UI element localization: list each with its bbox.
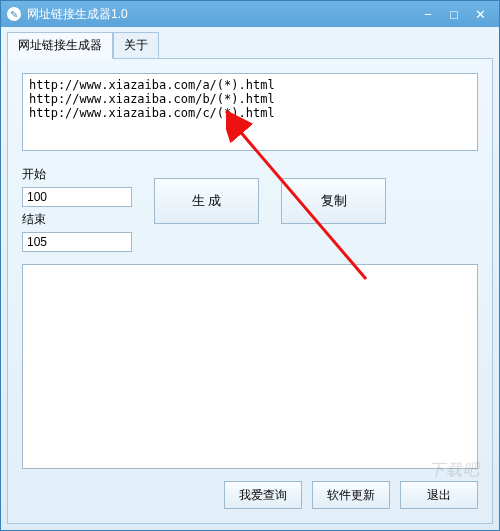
end-input[interactable] [22,232,132,252]
output-textarea[interactable] [22,264,478,469]
window-controls: − □ ✕ [415,5,493,23]
controls-row: 开始 结束 生 成 复制 [22,166,478,252]
start-input[interactable] [22,187,132,207]
generate-button[interactable]: 生 成 [154,178,259,224]
tab-bar: 网址链接生成器 关于 [1,27,499,58]
query-button[interactable]: 我爱查询 [224,481,302,509]
range-block: 开始 结束 [22,166,132,252]
url-input[interactable] [22,73,478,151]
start-label: 开始 [22,166,132,183]
app-window: ✎ 网址链接生成器1.0 − □ ✕ 网址链接生成器 关于 开始 结束 [0,0,500,531]
maximize-button[interactable]: □ [441,5,467,23]
tab-main[interactable]: 网址链接生成器 [7,32,113,59]
close-button[interactable]: ✕ [467,5,493,23]
window-title: 网址链接生成器1.0 [27,6,415,23]
tab-about[interactable]: 关于 [113,32,159,59]
url-input-container [22,73,478,154]
end-label: 结束 [22,211,132,228]
minimize-button[interactable]: − [415,5,441,23]
update-button[interactable]: 软件更新 [312,481,390,509]
tab-panel-main: 开始 结束 生 成 复制 我爱查询 软件更新 退出 [7,58,493,524]
copy-button[interactable]: 复制 [281,178,386,224]
client-area: 网址链接生成器 关于 开始 结束 生 成 复制 我爱查询 软件更新 [1,27,499,530]
app-icon: ✎ [7,7,21,21]
titlebar: ✎ 网址链接生成器1.0 − □ ✕ [1,1,499,27]
bottom-row: 我爱查询 软件更新 退出 [22,481,478,509]
exit-button[interactable]: 退出 [400,481,478,509]
